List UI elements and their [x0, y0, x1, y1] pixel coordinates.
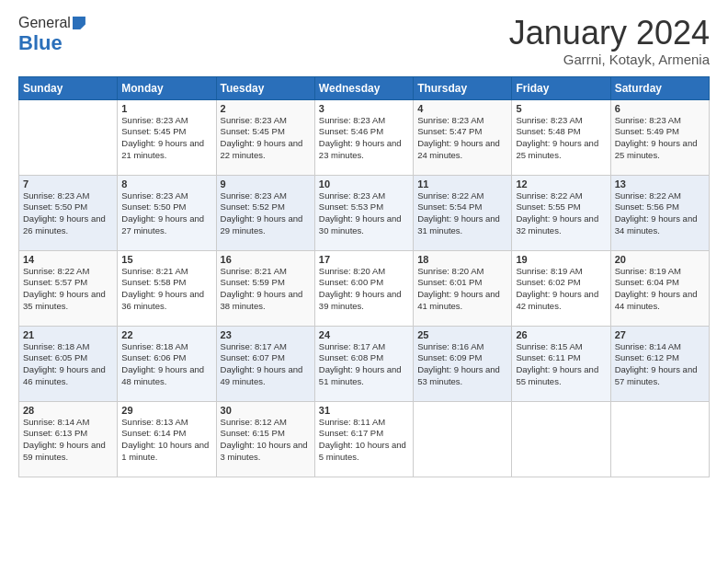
day-number: 15 [121, 254, 211, 265]
day-number: 6 [615, 103, 705, 114]
calendar-cell: 17Sunrise: 8:20 AMSunset: 6:00 PMDayligh… [314, 250, 413, 326]
header: General Blue January 2024 Garrni, Kotayk… [18, 15, 710, 67]
day-number: 25 [417, 329, 507, 340]
day-number: 13 [615, 178, 705, 190]
header-sunday: Sunday [19, 76, 118, 99]
day-info: Sunrise: 8:22 AMSunset: 5:57 PMDaylight:… [23, 266, 113, 313]
calendar-cell: 31Sunrise: 8:11 AMSunset: 6:17 PMDayligh… [314, 401, 413, 477]
calendar-cell: 12Sunrise: 8:22 AMSunset: 5:55 PMDayligh… [512, 175, 610, 250]
calendar-cell: 16Sunrise: 8:21 AMSunset: 5:59 PMDayligh… [216, 250, 314, 326]
calendar-cell: 2Sunrise: 8:23 AMSunset: 5:45 PMDaylight… [216, 99, 314, 175]
weekday-header-row: Sunday Monday Tuesday Wednesday Thursday… [19, 76, 710, 99]
day-number: 10 [319, 178, 409, 190]
day-info: Sunrise: 8:15 AMSunset: 6:11 PMDaylight:… [516, 341, 606, 388]
day-info: Sunrise: 8:21 AMSunset: 5:59 PMDaylight:… [221, 266, 311, 313]
day-number: 2 [221, 103, 311, 114]
day-number: 20 [615, 254, 705, 265]
calendar-cell: 8Sunrise: 8:23 AMSunset: 5:50 PMDaylight… [118, 175, 216, 250]
day-info: Sunrise: 8:19 AMSunset: 6:04 PMDaylight:… [615, 266, 705, 313]
day-info: Sunrise: 8:23 AMSunset: 5:47 PMDaylight:… [417, 115, 507, 162]
day-info: Sunrise: 8:23 AMSunset: 5:45 PMDaylight:… [121, 115, 211, 162]
calendar-cell: 26Sunrise: 8:15 AMSunset: 6:11 PMDayligh… [512, 326, 610, 401]
day-number: 19 [516, 254, 606, 265]
calendar-cell: 22Sunrise: 8:18 AMSunset: 6:06 PMDayligh… [118, 326, 216, 401]
calendar-week-row: 14Sunrise: 8:22 AMSunset: 5:57 PMDayligh… [19, 250, 710, 326]
calendar-cell: 23Sunrise: 8:17 AMSunset: 6:07 PMDayligh… [216, 326, 314, 401]
day-number: 3 [319, 103, 409, 114]
day-info: Sunrise: 8:14 AMSunset: 6:13 PMDaylight:… [23, 417, 113, 464]
logo-blue-text: Blue [18, 31, 63, 55]
calendar-week-row: 21Sunrise: 8:18 AMSunset: 6:05 PMDayligh… [19, 326, 710, 401]
day-number: 21 [23, 329, 113, 340]
day-number: 4 [417, 103, 507, 114]
day-info: Sunrise: 8:16 AMSunset: 6:09 PMDaylight:… [417, 341, 507, 388]
header-wednesday: Wednesday [314, 76, 413, 99]
calendar-cell [610, 401, 709, 477]
day-info: Sunrise: 8:17 AMSunset: 6:08 PMDaylight:… [319, 341, 409, 388]
calendar-week-row: 1Sunrise: 8:23 AMSunset: 5:45 PMDaylight… [19, 99, 710, 175]
logo-icon [73, 17, 85, 29]
calendar-cell: 30Sunrise: 8:12 AMSunset: 6:15 PMDayligh… [216, 401, 314, 477]
header-monday: Monday [118, 76, 216, 99]
day-number: 16 [221, 254, 311, 265]
calendar-cell: 15Sunrise: 8:21 AMSunset: 5:58 PMDayligh… [118, 250, 216, 326]
day-number: 11 [417, 178, 507, 190]
day-number: 26 [516, 329, 606, 340]
day-number: 1 [121, 103, 211, 114]
day-info: Sunrise: 8:22 AMSunset: 5:54 PMDaylight:… [417, 190, 507, 237]
day-info: Sunrise: 8:23 AMSunset: 5:50 PMDaylight:… [121, 190, 211, 237]
calendar-cell: 20Sunrise: 8:19 AMSunset: 6:04 PMDayligh… [610, 250, 709, 326]
page: General Blue January 2024 Garrni, Kotayk… [0, 0, 728, 563]
calendar-cell: 4Sunrise: 8:23 AMSunset: 5:47 PMDaylight… [414, 99, 512, 175]
calendar-cell: 24Sunrise: 8:17 AMSunset: 6:08 PMDayligh… [314, 326, 413, 401]
day-number: 18 [417, 254, 507, 265]
day-number: 23 [221, 329, 311, 340]
calendar-cell: 9Sunrise: 8:23 AMSunset: 5:52 PMDaylight… [216, 175, 314, 250]
day-info: Sunrise: 8:23 AMSunset: 5:52 PMDaylight:… [221, 190, 311, 237]
calendar-cell: 7Sunrise: 8:23 AMSunset: 5:50 PMDaylight… [19, 175, 118, 250]
day-info: Sunrise: 8:14 AMSunset: 6:12 PMDaylight:… [615, 341, 705, 388]
day-info: Sunrise: 8:11 AMSunset: 6:17 PMDaylight:… [319, 417, 409, 464]
day-info: Sunrise: 8:23 AMSunset: 5:48 PMDaylight:… [516, 115, 606, 162]
header-thursday: Thursday [414, 76, 512, 99]
calendar-cell: 3Sunrise: 8:23 AMSunset: 5:46 PMDaylight… [314, 99, 413, 175]
calendar-cell: 19Sunrise: 8:19 AMSunset: 6:02 PMDayligh… [512, 250, 610, 326]
calendar-cell: 28Sunrise: 8:14 AMSunset: 6:13 PMDayligh… [19, 401, 118, 477]
calendar-cell: 1Sunrise: 8:23 AMSunset: 5:45 PMDaylight… [118, 99, 216, 175]
calendar-week-row: 28Sunrise: 8:14 AMSunset: 6:13 PMDayligh… [19, 401, 710, 477]
calendar-cell: 11Sunrise: 8:22 AMSunset: 5:54 PMDayligh… [414, 175, 512, 250]
calendar-week-row: 7Sunrise: 8:23 AMSunset: 5:50 PMDaylight… [19, 175, 710, 250]
calendar-cell: 6Sunrise: 8:23 AMSunset: 5:49 PMDaylight… [610, 99, 709, 175]
calendar-cell: 18Sunrise: 8:20 AMSunset: 6:01 PMDayligh… [414, 250, 512, 326]
day-info: Sunrise: 8:17 AMSunset: 6:07 PMDaylight:… [221, 341, 311, 388]
logo-general-text: General [18, 15, 71, 31]
empty-cell [19, 99, 118, 175]
day-info: Sunrise: 8:20 AMSunset: 6:00 PMDaylight:… [319, 266, 409, 313]
day-info: Sunrise: 8:18 AMSunset: 6:05 PMDaylight:… [23, 341, 113, 388]
day-info: Sunrise: 8:23 AMSunset: 5:45 PMDaylight:… [221, 115, 311, 162]
calendar-cell: 25Sunrise: 8:16 AMSunset: 6:09 PMDayligh… [414, 326, 512, 401]
logo: General Blue [18, 15, 85, 55]
day-info: Sunrise: 8:20 AMSunset: 6:01 PMDaylight:… [417, 266, 507, 313]
calendar-cell: 14Sunrise: 8:22 AMSunset: 5:57 PMDayligh… [19, 250, 118, 326]
day-info: Sunrise: 8:23 AMSunset: 5:50 PMDaylight:… [23, 190, 113, 237]
day-info: Sunrise: 8:21 AMSunset: 5:58 PMDaylight:… [121, 266, 211, 313]
day-number: 12 [516, 178, 606, 190]
day-info: Sunrise: 8:23 AMSunset: 5:46 PMDaylight:… [319, 115, 409, 162]
day-info: Sunrise: 8:23 AMSunset: 5:53 PMDaylight:… [319, 190, 409, 237]
day-info: Sunrise: 8:19 AMSunset: 6:02 PMDaylight:… [516, 266, 606, 313]
day-number: 8 [121, 178, 211, 190]
day-number: 7 [23, 178, 113, 190]
header-friday: Friday [512, 76, 610, 99]
calendar-subtitle: Garrni, Kotayk, Armenia [509, 52, 710, 67]
calendar-cell: 29Sunrise: 8:13 AMSunset: 6:14 PMDayligh… [118, 401, 216, 477]
calendar-cell: 21Sunrise: 8:18 AMSunset: 6:05 PMDayligh… [19, 326, 118, 401]
day-number: 9 [221, 178, 311, 190]
day-number: 5 [516, 103, 606, 114]
calendar-cell [414, 401, 512, 477]
title-block: January 2024 Garrni, Kotayk, Armenia [509, 15, 710, 67]
day-number: 30 [221, 405, 311, 416]
day-number: 28 [23, 405, 113, 416]
calendar-cell [512, 401, 610, 477]
day-number: 27 [615, 329, 705, 340]
